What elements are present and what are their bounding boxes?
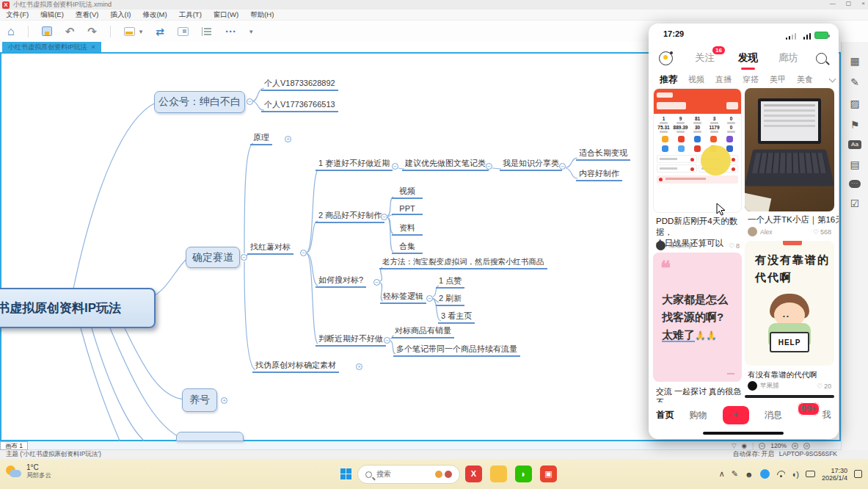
nav-messages[interactable]: 消息 99+	[765, 409, 807, 421]
menu-view[interactable]: 查看(V)	[76, 10, 99, 20]
marker-flag-icon[interactable]: ⚑	[848, 119, 861, 131]
feed-card-tk-image[interactable]	[745, 88, 834, 211]
mindmap-node-ziliao[interactable]: 资料	[392, 222, 423, 236]
menu-window[interactable]: 窗口(W)	[214, 10, 238, 20]
tab-food[interactable]: 美食	[797, 74, 813, 85]
nav-me[interactable]: 我	[822, 409, 831, 421]
feed-card-help-title[interactable]: 有没有靠谱的代代啊	[748, 369, 834, 380]
mindmap-node-panduan[interactable]: 判断近期好不好做	[316, 333, 386, 347]
toolbar-dropdown-icon[interactable]: ▾	[249, 28, 253, 35]
mindmap-node-heji[interactable]: 合集	[392, 241, 423, 254]
tab-live[interactable]: 直播	[715, 74, 732, 85]
sheet-dropdown-icon[interactable]: ▾	[139, 28, 143, 35]
save-icon[interactable]	[42, 26, 52, 36]
mindmap-node-dianzan[interactable]: 1 点赞	[436, 275, 464, 289]
taskbar-app-xiaohongshu[interactable]: ▣	[540, 466, 557, 482]
mindmap-node-shangpin[interactable]: 2 商品好不好制作	[316, 210, 384, 223]
taskbar-app-xmind[interactable]: X	[465, 466, 482, 482]
collapse-icon[interactable]	[392, 163, 398, 170]
menu-tools[interactable]: 工具(T)	[179, 10, 202, 20]
feed-card-tk-title[interactable]: 一个人开TK小店｜第16天	[748, 214, 833, 225]
document-tab[interactable]: 小红书虚拟原创资料IP玩法 ×	[2, 42, 101, 52]
mindmap-node-zhishi[interactable]: 我是知识分享类	[500, 158, 562, 171]
tab-outfit[interactable]: 穿搭	[743, 74, 759, 85]
outline-icon[interactable]	[202, 27, 212, 36]
menu-help[interactable]: 帮助(H)	[250, 10, 274, 20]
expand-icon[interactable]	[221, 397, 227, 404]
mindmap-node-zhaohongshu[interactable]: 找红薯对标	[247, 242, 293, 255]
tab-close-icon[interactable]: ×	[92, 43, 95, 51]
mindmap-node-neirong[interactable]: 内容好制作	[576, 168, 622, 181]
taskbar-search[interactable]: 搜索	[357, 465, 460, 484]
collapse-icon[interactable]	[300, 250, 307, 256]
task-icon[interactable]: ☑	[848, 198, 861, 209]
taskbar-app-folder[interactable]	[490, 466, 507, 482]
relationship-icon[interactable]: ⇄	[156, 26, 164, 37]
pitch-mode-icon[interactable]: ◉	[742, 442, 747, 449]
comment-icon[interactable]: ···	[849, 180, 861, 188]
feed-card-help-image[interactable]: 有没有靠谱的代代啊 HELP	[745, 241, 834, 366]
structure-icon[interactable]: ▦	[848, 55, 861, 67]
more-icon[interactable]: ···	[225, 25, 236, 37]
maximize-button[interactable]: ▢	[846, 0, 852, 7]
heart-icon[interactable]: ♡	[817, 383, 823, 390]
brush-icon[interactable]: ✎	[848, 76, 861, 88]
zoom-out-icon[interactable]: −	[759, 443, 765, 449]
note-icon[interactable]: ▤	[848, 159, 861, 170]
collapse-icon[interactable]	[247, 98, 253, 105]
search-icon[interactable]	[816, 53, 827, 64]
expand-icon[interactable]	[356, 363, 362, 370]
tab-video[interactable]: 视频	[688, 74, 704, 85]
collapse-icon[interactable]	[486, 163, 492, 170]
tab-discover[interactable]: 发现	[738, 51, 758, 65]
tray-app-icon[interactable]	[760, 469, 770, 479]
filter-icon[interactable]: ▽	[732, 442, 737, 449]
volume-icon[interactable]: ◖)	[792, 470, 799, 479]
tab-recommend[interactable]: 推荐	[660, 73, 677, 86]
mindmap-node-clipped[interactable]	[176, 432, 244, 441]
mindmap-node-shuaxin[interactable]: 2 刷新	[436, 293, 464, 306]
redo-icon[interactable]: ↷	[87, 25, 97, 38]
mindmap-root-topic[interactable]: 红书虚拟原创资料IP玩法	[0, 288, 156, 328]
taskbar-app-wechat[interactable]: ◗	[515, 466, 532, 482]
zoom-in-icon[interactable]: +	[792, 443, 798, 449]
mindmap-node-gongzhonghao[interactable]: 公众号：绅白不白	[154, 91, 245, 113]
collapse-icon[interactable]	[426, 295, 433, 302]
keyboard-icon[interactable]	[806, 471, 815, 477]
nav-home[interactable]: 首页	[657, 409, 674, 421]
minimize-button[interactable]: —	[830, 0, 836, 7]
mindmap-node-suggest[interactable]: 建议优先做图文笔记类	[402, 158, 489, 171]
image-icon[interactable]: ▨	[848, 98, 861, 109]
tab-city[interactable]: 廊坊	[778, 51, 798, 65]
feed-card-help-author[interactable]: 苹果脯 ♡20	[748, 381, 831, 391]
phone-mirror-window[interactable]: 17:29 关注 16 发现 廊坊 推荐 视频 直播 穿搭 美甲 美食 1981…	[649, 23, 839, 439]
collapse-icon[interactable]	[384, 337, 390, 344]
mindmap-node-duibiao[interactable]: 对标商品有销量	[392, 325, 454, 338]
expand-icon[interactable]	[285, 136, 291, 142]
weather-widget[interactable]: 1°C 局部多云	[6, 463, 51, 480]
menu-file[interactable]: 文件(F)	[6, 10, 29, 20]
mindmap-node-v2[interactable]: 个人V17736766513	[261, 99, 338, 112]
mindmap-node-yuanli[interactable]: 原理	[250, 132, 272, 145]
heart-icon[interactable]: ♡	[813, 228, 819, 236]
taskbar-clock[interactable]: 17:30 2026/1/4	[822, 467, 847, 482]
nav-shop[interactable]: 购物	[690, 409, 707, 421]
mindmap-node-duoge[interactable]: 多个笔记带同一个商品持续有流量	[393, 344, 520, 357]
close-button[interactable]: ×	[861, 0, 865, 7]
zoom-fit-icon[interactable]: =	[803, 443, 810, 449]
mindmap-node-queding-saidao[interactable]: 确定赛道	[186, 247, 240, 268]
tray-expand-icon[interactable]: ∧	[719, 469, 725, 479]
feed-card-pdd-author[interactable]: 瑶瑶awp ♡8	[656, 241, 740, 250]
start-button[interactable]	[340, 468, 351, 479]
collapse-icon[interactable]	[559, 163, 566, 170]
label-icon[interactable]: Aa	[848, 140, 861, 149]
sheet-icon[interactable]	[124, 27, 135, 36]
live-icon[interactable]	[659, 51, 673, 65]
mindmap-node-kanzhuye[interactable]: 3 看主页	[438, 311, 475, 324]
publish-button[interactable]: +	[723, 406, 749, 424]
mindmap-node-race[interactable]: 1 赛道好不好做近期	[316, 158, 393, 171]
feed-card-pdd-image[interactable]: 198130 75.31889.393011790	[653, 88, 742, 213]
undo-icon[interactable]: ↶	[65, 25, 75, 38]
chevron-down-icon[interactable]	[829, 75, 836, 82]
mindmap-node-yanghao[interactable]: 养号	[182, 388, 217, 412]
